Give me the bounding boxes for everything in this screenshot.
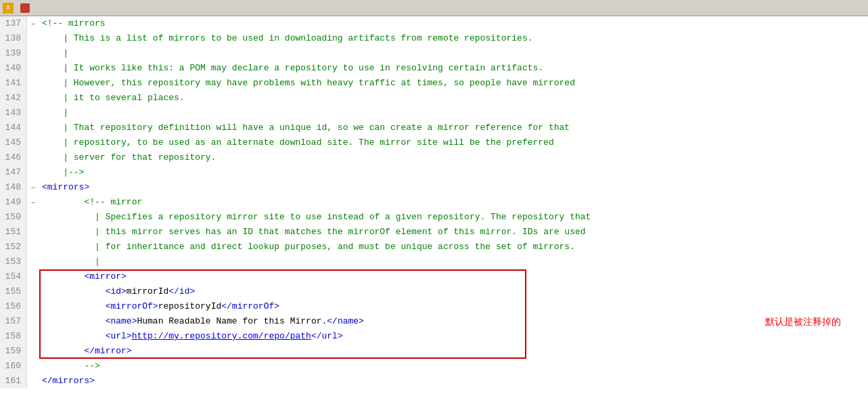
line-number: 143 bbox=[0, 106, 27, 120]
editor-line: 161</mirrors> bbox=[0, 374, 868, 389]
line-content: | Specifies a repository mirror site to … bbox=[39, 210, 591, 225]
line-number: 161 bbox=[0, 374, 27, 389]
editor-line: 160 --> bbox=[0, 359, 868, 374]
line-number: 146 bbox=[0, 150, 27, 165]
line-number: 141 bbox=[0, 76, 27, 91]
token: | That repository definition will have a… bbox=[42, 120, 570, 135]
fold-icon[interactable]: − bbox=[27, 180, 39, 195]
editor-line: 139 | bbox=[0, 46, 868, 61]
editor-line: 147 |--> bbox=[0, 165, 868, 180]
line-number: 147 bbox=[0, 165, 27, 180]
editor-line: 157 <name>Human Readable Name for this M… bbox=[0, 314, 868, 329]
lines-container: 137−<!-- mirrors138 | This is a list of … bbox=[0, 16, 868, 389]
token: | Specifies a repository mirror site to … bbox=[63, 210, 591, 225]
editor-line: 145 | repository, to be used as an alter… bbox=[0, 135, 868, 150]
line-number: 156 bbox=[0, 299, 27, 314]
close-icon[interactable] bbox=[20, 3, 30, 13]
token: </name> bbox=[327, 314, 364, 329]
token: <!-- mirror bbox=[63, 195, 142, 210]
line-content: --> bbox=[39, 359, 100, 374]
token: | it to several places. bbox=[42, 91, 185, 106]
editor-line: 140 | It works like this: a POM may decl… bbox=[0, 61, 868, 76]
editor-line: 159 </mirror> bbox=[0, 344, 868, 359]
editor-line: 158 <url>http://my.repository.com/repo/p… bbox=[0, 329, 868, 344]
line-number: 153 bbox=[0, 255, 27, 269]
editor-line: 149− <!-- mirror bbox=[0, 195, 868, 210]
line-content: | repository, to be used as an alternate… bbox=[39, 135, 554, 150]
editor-line: 156 <mirrorOf>repositoryId</mirrorOf> bbox=[0, 299, 868, 314]
token: repositoryId bbox=[158, 299, 222, 314]
line-content: | it to several places. bbox=[39, 91, 185, 106]
line-number: 142 bbox=[0, 91, 27, 106]
line-content: <id>mirrorId</id> bbox=[39, 284, 195, 299]
editor-line: 141 | However, this repository may have … bbox=[0, 76, 868, 91]
editor-line: 143 | bbox=[0, 106, 868, 120]
line-content: </mirrors> bbox=[39, 374, 95, 389]
line-number: 140 bbox=[0, 61, 27, 76]
token: |--> bbox=[42, 165, 84, 180]
token: | this mirror serves has an ID that matc… bbox=[63, 225, 585, 240]
token: | repository, to be used as an alternate… bbox=[42, 135, 554, 150]
fold-icon[interactable]: − bbox=[27, 16, 39, 31]
token: http://my.repository.com/repo/path bbox=[132, 329, 311, 344]
editor-line: 137−<!-- mirrors bbox=[0, 16, 868, 31]
token: | However, this repository may have prob… bbox=[42, 76, 575, 91]
line-content: <!-- mirror bbox=[39, 195, 142, 210]
token: | server for that repository. bbox=[42, 150, 216, 165]
line-content: <!-- mirrors bbox=[39, 16, 106, 31]
line-number: 155 bbox=[0, 284, 27, 299]
token: <url> bbox=[106, 329, 132, 344]
editor-line: 150 | Specifies a repository mirror site… bbox=[0, 210, 868, 225]
token: | bbox=[42, 106, 68, 120]
token: </mirrors> bbox=[42, 374, 95, 389]
editor-line: 151 | this mirror serves has an ID that … bbox=[0, 225, 868, 240]
fold-icon[interactable]: − bbox=[27, 195, 39, 210]
token: <id> bbox=[106, 284, 127, 299]
token: | for inheritance and direct lookup purp… bbox=[63, 240, 575, 255]
token: </mirrorOf> bbox=[221, 299, 279, 314]
line-number: 154 bbox=[0, 269, 27, 284]
editor-line: 142 | it to several places. bbox=[0, 91, 868, 106]
line-content: <mirrors> bbox=[39, 180, 89, 195]
line-content: <mirror> bbox=[39, 269, 127, 284]
token: </mirror> bbox=[84, 344, 131, 359]
line-content: | bbox=[39, 106, 68, 120]
editor-line: 146 | server for that repository. bbox=[0, 150, 868, 165]
editor-line: 148−<mirrors> bbox=[0, 180, 868, 195]
annotation-text: 默认是被注释掉的 bbox=[765, 314, 841, 329]
title-bar: X bbox=[0, 0, 868, 16]
line-number: 158 bbox=[0, 329, 27, 344]
token: mirrorId bbox=[127, 284, 168, 299]
editor-line: 144 | That repository definition will ha… bbox=[0, 120, 868, 135]
line-number: 152 bbox=[0, 240, 27, 255]
line-number: 151 bbox=[0, 225, 27, 240]
line-number: 160 bbox=[0, 359, 27, 374]
line-content: </mirror> bbox=[39, 344, 132, 359]
line-content: |--> bbox=[39, 165, 84, 180]
token: <mirrors> bbox=[42, 180, 89, 195]
line-content: | for inheritance and direct lookup purp… bbox=[39, 240, 575, 255]
line-content: <mirrorOf>repositoryId</mirrorOf> bbox=[39, 299, 279, 314]
token: <mirror> bbox=[84, 269, 126, 284]
editor-line: 152 | for inheritance and direct lookup … bbox=[0, 240, 868, 255]
line-content: | bbox=[39, 255, 100, 269]
line-content: <url>http://my.repository.com/repo/path<… bbox=[39, 329, 343, 344]
token: | bbox=[63, 255, 100, 269]
editor-line: 154 <mirror> bbox=[0, 269, 868, 284]
line-number: 144 bbox=[0, 120, 27, 135]
token: </id> bbox=[168, 284, 195, 299]
editor-line: 153 | bbox=[0, 255, 868, 269]
line-number: 137 bbox=[0, 16, 27, 31]
editor-line: 155 <id>mirrorId</id> bbox=[0, 284, 868, 299]
line-content: | This is a list of mirrors to be used i… bbox=[39, 31, 533, 46]
token: | bbox=[42, 46, 68, 61]
token: Human Readable Name for this Mirror. bbox=[137, 314, 327, 329]
line-content: | this mirror serves has an ID that matc… bbox=[39, 225, 586, 240]
editor-line: 138 | This is a list of mirrors to be us… bbox=[0, 31, 868, 46]
line-content: | server for that repository. bbox=[39, 150, 216, 165]
token: <mirrorOf> bbox=[106, 299, 158, 314]
line-content: <name>Human Readable Name for this Mirro… bbox=[39, 314, 364, 329]
line-number: 139 bbox=[0, 46, 27, 61]
line-number: 138 bbox=[0, 31, 27, 46]
line-number: 150 bbox=[0, 210, 27, 225]
